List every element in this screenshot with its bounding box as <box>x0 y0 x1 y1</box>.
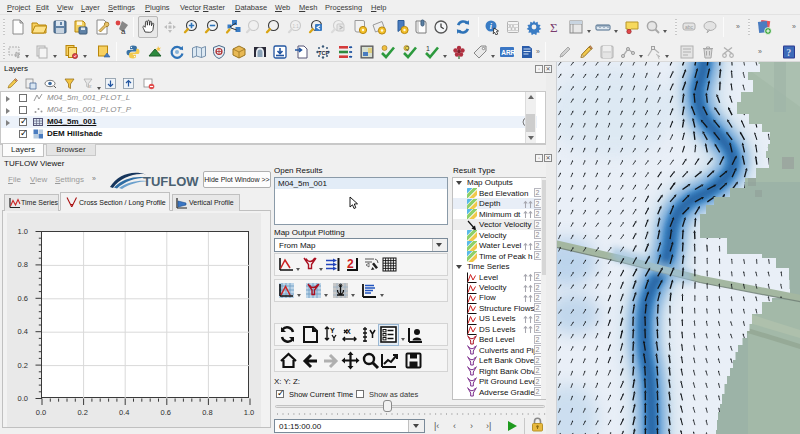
svg-text:1: 1 <box>426 45 430 52</box>
svg-text:TUFLOW: TUFLOW <box>143 174 199 189</box>
svg-text:TCF: TCF <box>318 50 329 56</box>
svg-text:Y: Y <box>330 327 335 334</box>
svg-text:ε: ε <box>89 83 92 89</box>
svg-text:2: 2 <box>347 257 354 271</box>
svg-text:a: a <box>121 27 126 35</box>
svg-text:X: X <box>346 328 351 335</box>
svg-text:Σ: Σ <box>550 20 558 35</box>
svg-text:abc: abc <box>685 24 694 30</box>
svg-text:1:1: 1:1 <box>293 24 300 29</box>
svg-text:ARR: ARR <box>501 49 515 56</box>
svg-text:Q: Q <box>405 45 409 51</box>
svg-text:?: ? <box>786 47 791 58</box>
